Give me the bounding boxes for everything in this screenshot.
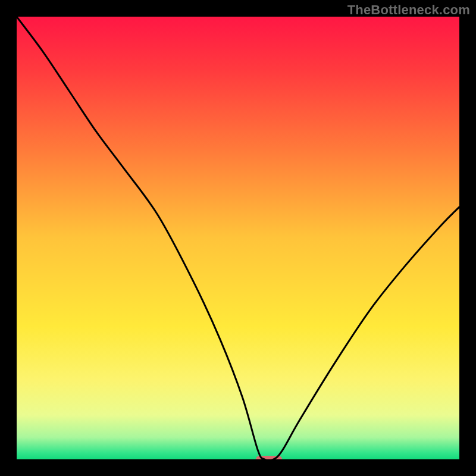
watermark-text: TheBottleneck.com: [347, 2, 470, 18]
chart-frame: TheBottleneck.com: [0, 0, 476, 476]
bottleneck-curve: [17, 17, 459, 459]
plot-area: [17, 17, 459, 459]
